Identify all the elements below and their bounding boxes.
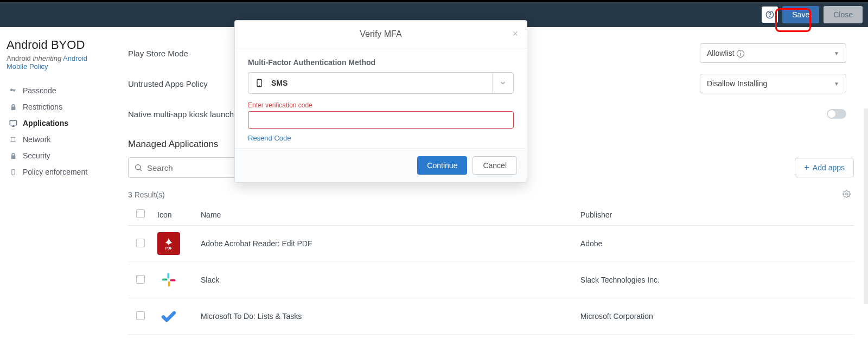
kiosk-toggle[interactable] — [827, 109, 846, 119]
chevron-down-icon — [492, 73, 507, 93]
mfa-method-value: SMS — [271, 79, 288, 87]
page-subtitle: Android inheriting Android Mobile Policy — [7, 54, 108, 71]
sidebar-item-policy-enforcement[interactable]: Policy enforcement — [7, 164, 108, 180]
app-name: Microsoft To Do: Lists & Tasks — [196, 298, 576, 335]
device-icon — [9, 169, 17, 176]
sidebar-item-applications[interactable]: Applications — [7, 115, 108, 131]
slack-icon — [157, 268, 180, 291]
plus-icon: + — [804, 163, 809, 172]
apps-table: Icon Name Publisher PDF Adobe Acrobat Re… — [128, 204, 854, 335]
svg-rect-7 — [11, 169, 14, 175]
app-publisher: Adobe — [576, 226, 854, 262]
table-row[interactable]: Microsoft To Do: Lists & Tasks Microsoft… — [128, 298, 854, 335]
untrusted-apps-select[interactable]: Disallow Installing ▼ — [700, 74, 846, 93]
mfa-method-label: Multi-Factor Authentication Method — [248, 58, 514, 67]
sidebar-item-passcode[interactable]: Passcode — [7, 82, 108, 99]
kiosk-label: Native multi-app kiosk launcher — [128, 110, 241, 119]
phone-icon — [255, 79, 264, 87]
close-icon: × — [512, 28, 518, 39]
help-button[interactable] — [762, 7, 778, 23]
row-checkbox[interactable] — [136, 275, 145, 284]
microsoft-todo-icon — [157, 305, 180, 328]
sidebar-item-label: Network — [23, 135, 50, 144]
svg-rect-14 — [170, 279, 176, 282]
select-value: Allowlist — [707, 49, 735, 57]
svg-rect-11 — [168, 273, 170, 279]
app-name: Adobe Acrobat Reader: Edit PDF — [196, 226, 576, 262]
svg-point-9 — [846, 193, 848, 195]
svg-point-3 — [10, 137, 11, 138]
continue-button[interactable]: Continue — [417, 156, 467, 175]
verification-code-label: Enter verification code — [248, 101, 514, 109]
sidebar-item-label: Passcode — [23, 86, 56, 95]
svg-rect-12 — [162, 279, 168, 281]
close-button[interactable]: Close — [824, 6, 863, 23]
sidebar-item-label: Policy enforcement — [23, 168, 87, 176]
play-store-mode-select[interactable]: Allowlisti ▼ — [700, 43, 846, 63]
svg-point-8 — [136, 165, 141, 170]
cancel-button[interactable]: Cancel — [473, 156, 517, 175]
app-publisher: Slack Technologies Inc. — [576, 262, 854, 298]
lock-icon — [9, 104, 17, 111]
sidebar-item-label: Restrictions — [23, 103, 62, 111]
row-checkbox[interactable] — [136, 311, 145, 320]
col-publisher[interactable]: Publisher — [576, 204, 854, 226]
sidebar-nav: Passcode Restrictions Applications Netwo… — [7, 82, 108, 180]
help-icon — [765, 10, 774, 19]
key-icon — [9, 87, 17, 94]
chevron-down-icon: ▼ — [834, 50, 839, 56]
svg-point-4 — [14, 137, 15, 138]
untrusted-apps-label: Untrusted Apps Policy — [128, 79, 247, 88]
svg-rect-2 — [10, 120, 17, 125]
col-name[interactable]: Name — [196, 204, 576, 226]
app-publisher: Microsoft Corporation — [576, 298, 854, 335]
sidebar-item-network[interactable]: Network — [7, 131, 108, 148]
svg-text:PDF: PDF — [165, 246, 173, 250]
row-checkbox[interactable] — [136, 239, 145, 247]
inheriting-label: inheriting — [33, 54, 61, 62]
table-row[interactable]: Slack Slack Technologies Inc. — [128, 262, 854, 298]
add-apps-button[interactable]: + Add apps — [795, 158, 854, 177]
verification-code-input[interactable] — [248, 111, 514, 129]
chevron-down-icon: ▼ — [834, 81, 839, 87]
sidebar-item-label: Applications — [23, 119, 68, 127]
select-value: Disallow Installing — [707, 79, 767, 88]
gear-icon — [843, 190, 851, 198]
app-name: Slack — [196, 262, 576, 298]
modal-title: Verify MFA — [360, 29, 401, 39]
search-icon — [134, 163, 143, 172]
platform-label: Android — [7, 54, 31, 62]
svg-point-6 — [14, 140, 15, 142]
select-all-checkbox[interactable] — [136, 209, 145, 218]
table-settings-button[interactable] — [843, 190, 851, 200]
verify-mfa-modal: Verify MFA × Multi-Factor Authentication… — [234, 20, 527, 183]
network-icon — [9, 136, 17, 143]
svg-point-1 — [770, 16, 770, 17]
table-row[interactable]: PDF Adobe Acrobat Reader: Edit PDF Adobe — [128, 226, 854, 262]
lock-icon — [9, 152, 17, 159]
sidebar-item-label: Security — [23, 151, 50, 160]
play-store-mode-label: Play Store Mode — [128, 49, 247, 58]
scrollbar[interactable] — [864, 108, 868, 304]
sidebar-item-restrictions[interactable]: Restrictions — [7, 99, 108, 115]
add-apps-label: Add apps — [813, 163, 845, 172]
modal-close-button[interactable]: × — [512, 28, 518, 40]
svg-rect-13 — [168, 282, 170, 287]
save-button[interactable]: Save — [782, 6, 819, 23]
col-icon[interactable]: Icon — [153, 204, 196, 226]
adobe-acrobat-icon: PDF — [157, 232, 180, 255]
sidebar-item-security[interactable]: Security — [7, 148, 108, 164]
svg-point-5 — [10, 140, 11, 142]
info-icon[interactable]: i — [737, 50, 744, 57]
monitor-icon — [9, 119, 17, 127]
page-title: Android BYOD — [7, 38, 108, 52]
results-count: 3 Result(s) — [128, 190, 165, 199]
mfa-method-select[interactable]: SMS — [248, 72, 514, 94]
resend-code-link[interactable]: Resend Code — [248, 134, 291, 142]
